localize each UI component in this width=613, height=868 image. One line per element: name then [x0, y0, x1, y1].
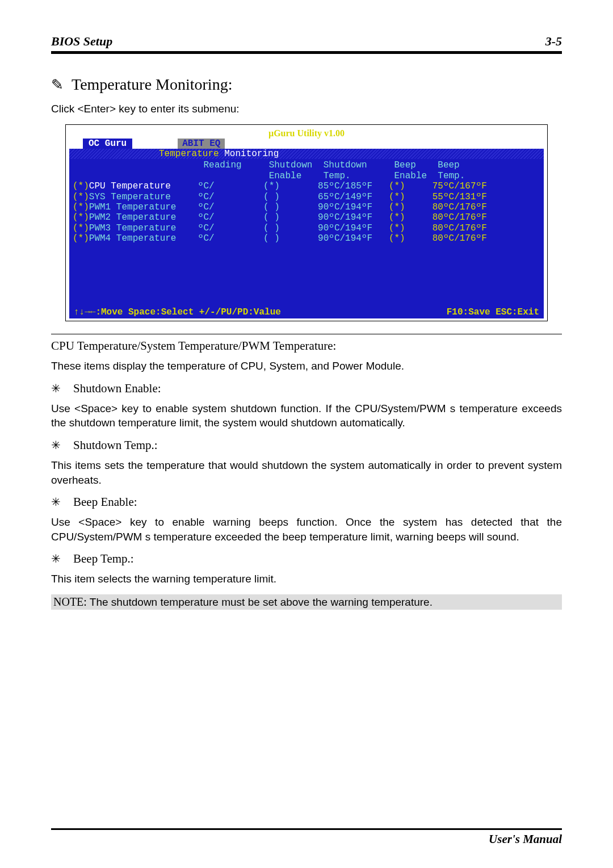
header-right: 3-5 — [545, 34, 562, 49]
bullet-label: Beep Enable: — [73, 495, 137, 509]
bullet-label: Shutdown Enable: — [73, 381, 161, 396]
asterisk-icon: ✳ — [51, 552, 61, 565]
bios-footer-left: ↑↓→←:Move Space:Select +/-/PU/PD:Value — [74, 307, 281, 317]
bios-subheader: Temperature Monitoring — [69, 149, 544, 159]
bios-screenshot: µGuru Utility v1.00 OC Guru ABIT EQ Temp… — [65, 124, 548, 321]
bios-table: Reading Shutdown Shutdown Beep Beep Enab… — [69, 159, 544, 306]
bullet-label: Shutdown Temp.: — [73, 438, 158, 452]
subheader-left: Temperature — [74, 149, 219, 159]
header-rule — [51, 51, 562, 54]
desc-heading: CPU Temperature/System Temperature/PWM T… — [51, 339, 562, 353]
bullet-beep-temp: ✳ Beep Temp.: — [51, 552, 562, 566]
bios-title: µGuru Utility v1.00 — [69, 127, 544, 139]
desc-p1: These items display the temperature of C… — [51, 359, 562, 374]
subheader-right: Monitoring — [224, 149, 279, 159]
pointing-hand-icon: ✎ — [51, 76, 64, 94]
footer-rule — [51, 828, 562, 830]
desc-p2: Use <Space> key to enable system shutdow… — [51, 401, 562, 430]
bullet-shutdown-temp: ✳ Shutdown Temp.: — [51, 438, 562, 452]
bullet-beep-enable: ✳ Beep Enable: — [51, 495, 562, 509]
page-header: BIOS Setup 3-5 — [51, 34, 562, 49]
mid-rule — [51, 334, 562, 334]
desc-p5: This item selects the warning temperatur… — [51, 572, 562, 586]
note-line: NOTE: The shutdown temperature must be s… — [51, 594, 562, 610]
asterisk-icon: ✳ — [51, 381, 61, 395]
note-label: NOTE: — [53, 596, 87, 608]
header-left: BIOS Setup — [51, 34, 112, 49]
tab-oc-guru[interactable]: OC Guru — [83, 139, 132, 149]
section-intro: Click <Enter> key to enter its submenu: — [51, 102, 562, 116]
footer-text: User's Manual — [51, 832, 562, 846]
bios-tabs: OC Guru ABIT EQ — [69, 139, 544, 149]
bios-footer-right: F10:Save ESC:Exit — [447, 307, 539, 317]
asterisk-icon: ✳ — [51, 438, 61, 452]
bullet-label: Beep Temp.: — [73, 552, 134, 566]
desc-p4: Use <Space> key to enable warning beeps … — [51, 515, 562, 544]
note-text: The shutdown temperature must be set abo… — [87, 596, 433, 608]
bios-footer: ↑↓→←:Move Space:Select +/-/PU/PD:Value F… — [69, 307, 544, 318]
asterisk-icon: ✳ — [51, 495, 61, 509]
section-title: Temperature Monitoring: — [72, 76, 232, 94]
section-heading: ✎ Temperature Monitoring: — [51, 76, 562, 94]
page-footer: User's Manual — [51, 828, 562, 846]
tab-abit-eq[interactable]: ABIT EQ — [178, 139, 225, 149]
desc-p3: This items sets the temperature that wou… — [51, 458, 562, 487]
bullet-shutdown-enable: ✳ Shutdown Enable: — [51, 381, 562, 396]
